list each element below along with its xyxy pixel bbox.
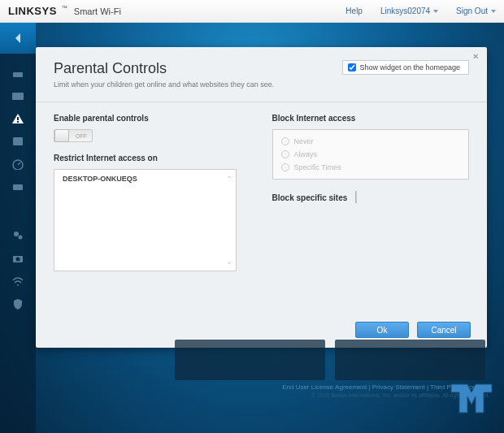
svg-rect-0 — [13, 72, 23, 77]
svg-rect-2 — [17, 117, 19, 120]
brand-logo: LINKSYS — [8, 5, 57, 17]
block-sites-label: Block specific sites — [272, 193, 348, 202]
svg-rect-3 — [17, 121, 19, 123]
show-widget-input[interactable] — [348, 63, 356, 71]
bg-card — [335, 340, 485, 380]
block-access-options: Never Always Specific Times — [272, 129, 470, 180]
restrict-label: Restrict Internet access on — [54, 154, 251, 162]
sidebar-item-parental[interactable] — [0, 107, 36, 130]
tweaktown-badge-icon — [447, 380, 496, 417]
radio-never[interactable]: Never — [281, 135, 461, 148]
signout-menu[interactable]: Sign Out — [456, 6, 496, 15]
svg-point-8 — [19, 236, 23, 240]
panel-subtitle: Limit when your children get online and … — [54, 80, 274, 89]
pipe-divider: | — [354, 189, 358, 203]
sidebar-item-storage[interactable] — [0, 175, 36, 198]
radio-always[interactable]: Always — [281, 148, 461, 161]
enable-toggle[interactable]: OFF — [54, 129, 93, 142]
parental-controls-panel: ✕ Parental Controls Limit when your chil… — [36, 47, 487, 348]
caret-down-icon — [491, 10, 496, 13]
eula-link[interactable]: End User License Agreement — [282, 383, 367, 391]
scroll-up-icon[interactable]: ⌃ — [226, 175, 232, 184]
svg-rect-4 — [13, 137, 23, 145]
sidebar-item-security[interactable] — [0, 292, 36, 315]
brand-subtitle: Smart Wi-Fi — [74, 6, 121, 16]
close-button[interactable]: ✕ — [472, 52, 480, 60]
svg-point-7 — [14, 232, 19, 236]
chevron-left-icon — [14, 32, 22, 44]
scroll-down-icon[interactable]: ⌄ — [226, 257, 232, 266]
topbar-right: Help Linksys02074 Sign Out — [345, 6, 496, 15]
block-sites-row: Block specific sites | — [272, 189, 470, 204]
caret-down-icon — [433, 10, 438, 13]
trademark: ™ — [62, 5, 67, 11]
right-column: Block Internet access Never Always Speci… — [272, 114, 470, 271]
sidebar-item-media[interactable] — [0, 130, 36, 153]
back-button[interactable] — [0, 23, 36, 54]
sidebar-item-router[interactable] — [0, 62, 36, 84]
svg-point-10 — [16, 258, 20, 262]
brand: LINKSYS ™ Smart Wi-Fi — [8, 5, 121, 17]
help-link[interactable]: Help — [345, 6, 363, 15]
show-widget-checkbox[interactable]: Show widget on the homepage — [342, 60, 469, 75]
radio-specific[interactable]: Specific Times — [281, 161, 461, 174]
app-body: ✕ Parental Controls Limit when your chil… — [0, 23, 504, 433]
enable-label: Enable parental controls — [54, 114, 251, 123]
sidebar — [0, 54, 36, 433]
sidebar-item-wifi[interactable] — [0, 270, 36, 292]
cancel-button[interactable]: Cancel — [417, 322, 471, 338]
panel-header: Parental Controls Limit when your childr… — [36, 47, 487, 97]
background-cards — [175, 340, 485, 380]
ok-button[interactable]: Ok — [355, 322, 409, 338]
sidebar-item-camera[interactable] — [0, 247, 36, 270]
panel-title: Parental Controls — [54, 60, 274, 77]
topbar: LINKSYS ™ Smart Wi-Fi Help Linksys02074 … — [0, 0, 504, 23]
left-column: Enable parental controls OFF Restrict In… — [54, 114, 251, 271]
device-item[interactable]: DESKTOP-ONKUEQS — [54, 170, 236, 188]
block-access-label: Block Internet access — [272, 114, 470, 123]
svg-point-11 — [17, 284, 19, 286]
svg-rect-1 — [12, 93, 24, 100]
panel-body: Enable parental controls OFF Restrict In… — [36, 102, 487, 283]
privacy-link[interactable]: Privacy Statement — [372, 383, 425, 391]
bg-card — [175, 340, 325, 380]
sidebar-item-settings[interactable] — [0, 224, 36, 247]
toggle-knob — [54, 129, 69, 142]
account-menu[interactable]: Linksys02074 — [380, 6, 438, 15]
sidebar-item-speed[interactable] — [0, 153, 36, 175]
panel-footer: Ok Cancel — [355, 322, 471, 338]
svg-rect-6 — [13, 184, 23, 190]
sidebar-item-devices[interactable] — [0, 84, 36, 107]
device-listbox[interactable]: DESKTOP-ONKUEQS ⌃ ⌄ — [54, 169, 237, 271]
